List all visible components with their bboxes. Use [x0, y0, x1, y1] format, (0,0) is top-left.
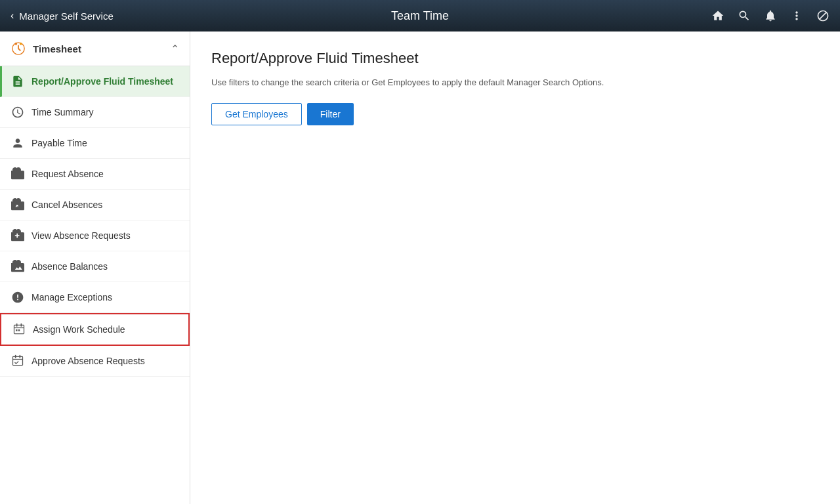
payable-time-icon [10, 136, 25, 150]
get-employees-button[interactable]: Get Employees [211, 103, 302, 125]
sidebar-item-time-summary[interactable]: Time Summary [0, 97, 190, 128]
page-description: Use filters to change the search criteri… [211, 77, 819, 87]
page-title: Report/Approve Fluid Timesheet [211, 50, 819, 67]
sidebar-item-label-view-absence-requests: View Absence Requests [32, 230, 131, 241]
back-nav[interactable]: ‹ Manager Self Service [10, 10, 114, 22]
view-absence-requests-icon [10, 228, 25, 243]
request-absence-icon [10, 167, 25, 181]
notification-icon[interactable] [764, 9, 777, 22]
svg-rect-9 [13, 356, 23, 365]
ban-icon[interactable] [816, 9, 830, 22]
sidebar-item-request-absence[interactable]: Request Absence [0, 159, 190, 190]
main-layout: Timesheet ⌃ Report/Approve Fluid Timeshe… [0, 32, 840, 504]
sidebar-item-label-manage-exceptions: Manage Exceptions [32, 292, 112, 303]
report-approve-icon [10, 74, 25, 89]
sidebar-item-cancel-absences[interactable]: Cancel Absences [0, 190, 190, 220]
sidebar-item-label-approve-absence-requests: Approve Absence Requests [32, 356, 145, 366]
sidebar-item-view-absence-requests[interactable]: View Absence Requests [0, 220, 190, 251]
search-icon[interactable] [738, 9, 751, 22]
sidebar-item-assign-work-schedule[interactable]: Assign Work Schedule [0, 313, 190, 346]
svg-rect-7 [16, 329, 18, 331]
sidebar-item-label-cancel-absences: Cancel Absences [32, 200, 102, 210]
header-actions [711, 9, 830, 22]
collapse-handle-icon: ❚❚ [188, 263, 191, 272]
more-options-icon[interactable] [790, 9, 803, 22]
sidebar-item-manage-exceptions[interactable]: Manage Exceptions [0, 282, 190, 313]
sidebar-item-label-payable-time: Payable Time [32, 138, 87, 148]
sidebar-item-approve-absence-requests[interactable]: Approve Absence Requests [0, 346, 190, 377]
cancel-absences-icon [10, 198, 25, 212]
manage-exceptions-icon [10, 290, 25, 304]
sidebar-item-label-report-approve: Report/Approve Fluid Timesheet [32, 76, 173, 87]
time-summary-icon [10, 105, 25, 119]
sidebar-section-title: Timesheet [10, 41, 81, 56]
collapse-icon[interactable]: ⌃ [171, 43, 179, 55]
sidebar-item-report-approve[interactable]: Report/Approve Fluid Timesheet [0, 66, 190, 97]
svg-point-2 [20, 43, 22, 45]
sidebar-item-label-time-summary: Time Summary [32, 107, 93, 117]
absence-balances-icon [10, 259, 25, 274]
sidebar-collapse-handle[interactable]: ❚❚ [190, 251, 190, 284]
svg-point-1 [15, 43, 18, 45]
home-icon[interactable] [711, 9, 724, 22]
action-buttons: Get Employees Filter [211, 103, 819, 125]
approve-absence-requests-icon [10, 354, 25, 368]
sidebar-item-absence-balances[interactable]: Absence Balances [0, 251, 190, 282]
sidebar-item-payable-time[interactable]: Payable Time [0, 128, 190, 159]
sidebar-item-label-assign-work-schedule: Assign Work Schedule [33, 324, 125, 335]
svg-rect-8 [18, 329, 20, 331]
assign-work-schedule-icon [12, 322, 26, 337]
sidebar: Timesheet ⌃ Report/Approve Fluid Timeshe… [0, 32, 190, 504]
filter-button[interactable]: Filter [307, 103, 354, 125]
sidebar-item-label-absence-balances: Absence Balances [32, 261, 108, 272]
header-title: Team Time [391, 9, 449, 23]
main-content: Report/Approve Fluid Timesheet Use filte… [190, 32, 840, 504]
sidebar-section-label: Timesheet [33, 43, 81, 54]
timesheet-section-icon [10, 41, 26, 56]
sidebar-section-header: Timesheet ⌃ [0, 32, 190, 66]
back-arrow-icon: ‹ [10, 10, 14, 22]
app-title: Manager Self Service [19, 10, 113, 22]
sidebar-item-label-request-absence: Request Absence [32, 169, 104, 179]
header: ‹ Manager Self Service Team Time [0, 0, 840, 32]
